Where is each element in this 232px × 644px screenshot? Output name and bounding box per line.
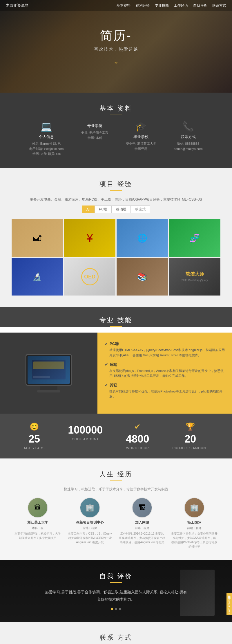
stat-item: ✔ 4800 WORK HOUR — [126, 422, 149, 450]
review-dot[interactable] — [111, 608, 113, 610]
contact-section: 联系 方式 📍 上海市闵行区洪德路1074弄7号 ✉ admin@muxiya.… — [0, 622, 232, 644]
stats-section: 😊 25 AGE YEARS 100000 CODE AMOUNT ✔ 4800… — [0, 414, 232, 458]
life-item-sub: 本科工程 — [14, 526, 61, 530]
life-item-title: 轻工国际 — [171, 520, 217, 525]
life-avatar: 🏗 — [132, 498, 152, 518]
stat-label: AGE YEARS — [24, 446, 45, 450]
navigation: 木西亚资源网 基本资料福利经验专业技能工作经历自我评价联系方式 — [0, 0, 232, 11]
stat-icon: ✔ — [126, 422, 149, 431]
basic-info-title: 基本 资料 — [6, 104, 226, 113]
stat-item: 100000 CODE AMOUNT — [68, 422, 103, 450]
stat-item: 🏆 20 PROJECTS AMOUNT — [172, 422, 208, 450]
monitor-graphic: 💻 — [26, 354, 72, 392]
info-card-icon: 📞 — [174, 121, 203, 132]
hero-subtitle: 喜欢技术，热爱超越 — [94, 47, 138, 52]
check-icon-3: ✔ — [105, 383, 108, 387]
life-item-text: 主要工作内容：CSS，JS，jQuery 相关功能开发和HTML/CSS的一些 … — [67, 531, 113, 544]
monitor-stand — [40, 386, 57, 390]
review-dot[interactable] — [119, 608, 121, 610]
info-card: 🎓 毕业学校 毕业于: 浙江某工大学学历经历 — [126, 121, 156, 157]
life-item-sub: 前端工程师 — [119, 526, 165, 530]
life-item: 🏢 创新项目培训中心 前端工程师 主要工作内容：CSS，JS，jQuery 相关… — [67, 498, 113, 549]
life-item-sub: 前端工程师 — [67, 526, 113, 530]
life-title: 人生 经历 — [6, 470, 226, 479]
projects-grid: 🛋 ¥ 🌐 🧬 🔬 OED 📚 软装大师 技术: Bootstrap jQuer… — [12, 219, 220, 296]
info-card-title: 毕业学校 — [126, 134, 156, 140]
hero-scroll-arrow[interactable]: ⌄ — [94, 58, 138, 65]
review-dot[interactable] — [115, 608, 117, 610]
life-section: 人生 经历 快速学习，积极进取，乐于于技术分享，专注于数字技术开发与实践 🏛 浙… — [0, 458, 232, 560]
proj8-label: 软装大师 — [186, 271, 204, 277]
info-card-title: 个人信息 — [29, 134, 64, 140]
stat-number: 4800 — [126, 433, 149, 445]
nav-link[interactable]: 专业技能 — [155, 3, 169, 8]
info-card-icon: 🎓 — [126, 121, 156, 132]
review-content: 自我 评价 热爱学习,勇于挑战,善于合作协调。积极进取,注重融入团队人际关系, … — [6, 572, 226, 610]
check-icon: ✔ — [105, 342, 108, 346]
projects-filter: AllPC端移动端响应式 — [6, 206, 226, 213]
stat-number: 100000 — [68, 424, 103, 436]
monitor-base — [37, 390, 60, 392]
filter-btn[interactable]: All — [82, 206, 95, 213]
skills-section: 专业 技能 — [0, 307, 232, 327]
hero-section: 简历- 喜欢技术，热爱超越 ⌄ — [0, 0, 232, 93]
nav-link[interactable]: 福利经验 — [136, 3, 150, 8]
info-card-text: 专业: 电子商务工程学历: 本科 — [81, 130, 108, 140]
life-avatar: 🏢 — [184, 498, 204, 518]
info-card: 💻 个人信息 姓名: Baron 性别: 男电子邮箱: xxx@xxx.com学… — [29, 121, 64, 157]
skills-details: ✔ PC端 精通使用HTML/CSS/JS，jQuery/BootStrap/S… — [97, 333, 232, 414]
nav-link[interactable]: 基本资料 — [117, 3, 130, 8]
proj8-tech: 技术: Bootstrap jQuery — [182, 278, 208, 282]
stat-icon: 😊 — [24, 422, 45, 431]
stats-grid: 😊 25 AGE YEARS 100000 CODE AMOUNT ✔ 4800… — [6, 422, 226, 450]
project-item-7[interactable]: 📚 — [117, 258, 168, 296]
life-item-text: 主要学习前端开发，积极学习，大学期间独立开发了多个校园项目 — [14, 531, 61, 540]
nav-link[interactable]: 工作经历 — [174, 3, 188, 8]
nav-links: 基本资料福利经验专业技能工作经历自我评价联系方式 — [117, 3, 226, 8]
info-card: 📞 联系方式 微信: 88888888admin@muxiya.com — [174, 121, 203, 157]
info-card-icon: 💻 — [29, 121, 64, 132]
stat-number: 20 — [172, 433, 208, 445]
project-item-3[interactable]: 🌐 — [117, 219, 168, 257]
life-item-sub: 前端工程师 — [171, 526, 217, 530]
life-desc: 快速学习，积极进取，乐于于技术分享，专注于数字技术开发与实践 — [6, 487, 226, 492]
skills-title: 专业 技能 — [6, 316, 226, 324]
projects-title: 项目 经验 — [6, 180, 226, 188]
project-item-4[interactable]: 🧬 — [169, 219, 220, 257]
skill-pc: ✔ PC端 精通使用HTML/CSS/JS，jQuery/BootStrap/S… — [105, 341, 225, 358]
site-logo: 木西亚资源网 — [6, 3, 28, 8]
skill-pc-text: 精通使用HTML/CSS/JS，jQuery/BootStrap/Scss和技术… — [105, 348, 225, 358]
filter-btn[interactable]: 移动端 — [112, 206, 131, 213]
projects-section: 项目 经验 主要开发电商、金融、旅游应用、电商PC端、手工端、网络，目前iOS/… — [0, 168, 232, 307]
filter-btn[interactable]: PC端 — [95, 206, 112, 213]
life-item-title: 加入网游 — [119, 520, 165, 525]
contact-title: 联系 方式 — [6, 633, 226, 642]
project-item-5[interactable]: 🔬 — [12, 258, 63, 296]
info-card-text: 微信: 88888888admin@muxiya.com — [174, 141, 203, 151]
stat-label: WORK HOUR — [126, 446, 149, 450]
stat-icon: 🏆 — [172, 422, 208, 431]
hero-title: 简历- — [94, 27, 138, 44]
life-item: 🏛 浙江某工大学 本科工程 主要学习前端开发，积极学习，大学期间独立开发了多个校… — [14, 498, 61, 549]
skills-divider — [110, 326, 122, 327]
project-item-6[interactable]: OED — [64, 258, 115, 296]
info-cards: 💻 个人信息 姓名: Baron 性别: 男电子邮箱: xxx@xxx.com学… — [6, 121, 226, 157]
skill-backend-title: ✔ 后端 — [105, 362, 225, 367]
basic-info-divider — [110, 115, 122, 115]
filter-btn[interactable]: 响应式 — [131, 206, 150, 213]
project-item-8[interactable]: 软装大师 技术: Bootstrap jQuery — [169, 258, 220, 296]
stat-label: PROJECTS AMOUNT — [172, 446, 208, 450]
info-card-text: 毕业于: 浙江某工大学学历经历 — [126, 141, 156, 151]
monitor-icon: 💻 — [26, 354, 72, 386]
life-item: 🏗 加入网游 前端工程师 工作时间: 2014.5~2015.12 主要从事移动… — [119, 498, 165, 549]
project-item-2[interactable]: ¥ — [64, 219, 115, 257]
projects-desc: 主要开发电商、金融、旅游应用、电商PC端、手工端、网络，目前iOS/APP项目经… — [6, 197, 226, 203]
life-item: 🏢 轻工国际 前端工程师 主要工作内容包括：负责公司网站开发与维护，参与CSS前… — [171, 498, 217, 549]
nav-link[interactable]: 联系方式 — [212, 3, 226, 8]
skill-other-text: 擅长对网站进行搭建和优化，能使用Photoshop等工具进行设计，php相关功能… — [105, 389, 225, 399]
life-item-title: 创新项目培训中心 — [67, 520, 113, 525]
skill-backend: ✔ 后端 在实际使用php.js，Frontend.js，Amaze.js和相关… — [105, 362, 225, 379]
nav-link[interactable]: 自我评价 — [193, 3, 207, 8]
project-item-1[interactable]: 🛋 — [12, 219, 63, 257]
check-icon-2: ✔ — [105, 362, 108, 367]
